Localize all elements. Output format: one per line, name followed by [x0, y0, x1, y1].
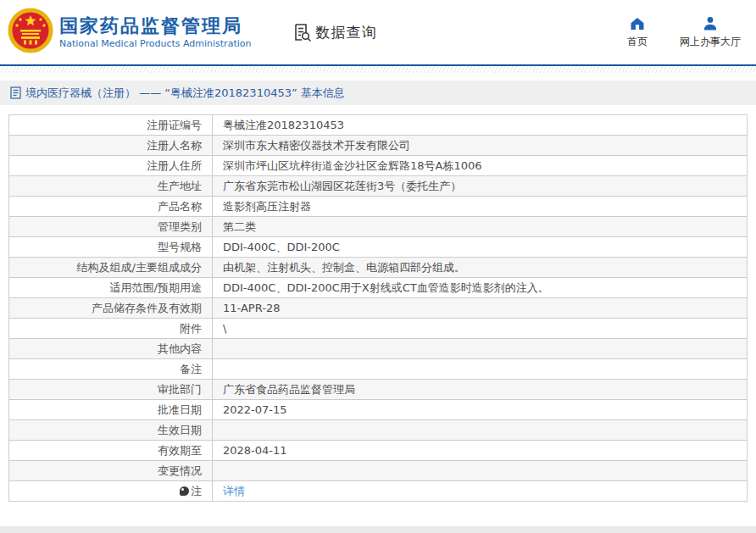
row-label: 其他内容	[158, 342, 202, 355]
org-name-zh: 国家药品监督管理局	[59, 15, 251, 37]
row-label-cell: 其他内容	[9, 339, 213, 359]
row-label: 注	[191, 485, 202, 497]
org-name-en: National Medical Products Administration	[59, 37, 251, 50]
row-label-cell: 生效日期	[9, 420, 213, 441]
row-value-cell: DDI-400C、DDI-200C	[213, 237, 748, 258]
page-title: 境内医疗器械（注册） —— “粤械注准20182310453” 基本信息	[25, 86, 345, 101]
row-value-cell	[213, 461, 748, 481]
row-label: 备注	[180, 363, 202, 375]
row-value-cell: 2028-04-11	[213, 441, 748, 461]
row-label: 型号规格	[158, 241, 202, 253]
row-label-cell: 产品名称	[9, 197, 213, 217]
table-row: 注册证编号 粤械注准20182310453	[9, 115, 748, 136]
footer-strip	[0, 526, 756, 533]
page-title-bar: 境内医疗器械（注册） —— “粤械注准20182310453” 基本信息	[0, 81, 756, 105]
row-label-cell: 适用范围/预期用途	[9, 278, 213, 298]
row-value: 由机架、注射机头、控制盒、电源箱四部分组成。	[223, 261, 465, 274]
row-value: 造影剂高压注射器	[223, 200, 311, 213]
row-label: 生效日期	[158, 424, 202, 436]
registration-info-table-wrap: 注册证编号 粤械注准20182310453 注册人名称 深圳市东大精密仪器技术开…	[8, 114, 748, 502]
document-icon	[10, 86, 21, 99]
document-search-icon	[292, 22, 312, 42]
note-pin-icon	[180, 486, 189, 496]
striped-band	[0, 66, 756, 73]
header-nav-right: 首页 网上办事大厅	[627, 15, 744, 49]
row-label: 产品储存条件及有效期	[92, 302, 202, 314]
home-icon	[629, 15, 646, 32]
row-label: 生产地址	[158, 180, 202, 192]
table-row: 产品储存条件及有效期 11-APR-28	[9, 298, 748, 319]
nav-home[interactable]: 首页	[627, 15, 648, 49]
row-label-cell: 有效期至	[9, 441, 213, 461]
nav-service-hall[interactable]: 网上办事大厅	[680, 15, 741, 49]
table-row: 其他内容	[9, 339, 748, 359]
row-value: 深圳市坪山区坑梓街道金沙社区金辉路18号A栋1006	[223, 159, 482, 172]
row-label: 有效期至	[158, 444, 202, 457]
row-value: 第二类	[223, 220, 256, 233]
row-value-cell: 详情	[213, 481, 748, 502]
table-row: 审批部门 广东省食品药品监督管理局	[9, 380, 748, 400]
row-value-cell: 11-APR-28	[213, 298, 748, 319]
row-value: 广东省食品药品监督管理局	[223, 383, 355, 396]
row-value-cell: 深圳市东大精密仪器技术开发有限公司	[213, 136, 748, 156]
nav-data-query[interactable]: 数据查询	[292, 22, 376, 42]
person-icon	[702, 15, 719, 32]
row-label: 适用范围/预期用途	[110, 281, 202, 294]
row-label-cell: 附件	[9, 319, 213, 339]
row-value-cell: 粤械注准20182310453	[213, 115, 748, 136]
site-header: 国家药品监督管理局 National Medical Products Admi…	[0, 0, 756, 64]
row-label-cell: 注册人住所	[9, 156, 213, 176]
table-row: 型号规格 DDI-400C、DDI-200C	[9, 237, 748, 258]
row-value: 11-APR-28	[223, 302, 280, 314]
row-label-cell: 变更情况	[9, 461, 213, 481]
row-label-cell: 注	[9, 481, 213, 502]
info-table-body: 注册证编号 粤械注准20182310453 注册人名称 深圳市东大精密仪器技术开…	[9, 115, 748, 502]
table-row: 结构及组成/主要组成成分 由机架、注射机头、控制盒、电源箱四部分组成。	[9, 258, 748, 278]
row-label: 注册证编号	[147, 119, 202, 131]
table-row: 产品名称 造影剂高压注射器	[9, 197, 748, 217]
row-label: 注册人名称	[147, 139, 202, 152]
row-value-cell: DDI-400C、DDI-200C用于X射线或CT血管造影时造影剂的注入。	[213, 278, 748, 298]
row-value-cell	[213, 339, 748, 359]
row-value: DDI-400C、DDI-200C	[223, 241, 340, 253]
registration-info-table: 注册证编号 粤械注准20182310453 注册人名称 深圳市东大精密仪器技术开…	[8, 114, 748, 502]
details-link[interactable]: 详情	[223, 485, 245, 497]
table-row: 附件 \	[9, 319, 748, 339]
table-row: 注册人住所 深圳市坪山区坑梓街道金沙社区金辉路18号A栋1006	[9, 156, 748, 176]
row-value: 2028-04-11	[223, 444, 287, 457]
nav-service-hall-label: 网上办事大厅	[680, 35, 741, 49]
row-label-cell: 结构及组成/主要组成成分	[9, 258, 213, 278]
row-value-cell: 广东省东莞市松山湖园区花莲街3号（委托生产）	[213, 176, 748, 197]
row-value-cell	[213, 359, 748, 380]
row-value-cell: 由机架、注射机头、控制盒、电源箱四部分组成。	[213, 258, 748, 278]
table-row: 注册人名称 深圳市东大精密仪器技术开发有限公司	[9, 136, 748, 156]
row-value-cell: 第二类	[213, 217, 748, 237]
row-value-cell: \	[213, 319, 748, 339]
row-label: 附件	[180, 322, 202, 335]
row-value-cell: 2022-07-15	[213, 400, 748, 420]
table-row: 适用范围/预期用途 DDI-400C、DDI-200C用于X射线或CT血管造影时…	[9, 278, 748, 298]
table-row: 生效日期	[9, 420, 748, 441]
org-title-block: 国家药品监督管理局 National Medical Products Admi…	[59, 15, 251, 50]
table-row: 批准日期 2022-07-15	[9, 400, 748, 420]
row-value: 广东省东莞市松山湖园区花莲街3号（委托生产）	[223, 180, 461, 192]
row-label: 变更情况	[158, 464, 202, 477]
row-label: 管理类别	[158, 220, 202, 233]
row-value-cell: 造影剂高压注射器	[213, 197, 748, 217]
table-row: 注 详情	[9, 481, 748, 502]
row-label-cell: 审批部门	[9, 380, 213, 400]
row-label-cell: 管理类别	[9, 217, 213, 237]
row-value-cell	[213, 420, 748, 441]
row-value: \	[223, 322, 226, 335]
row-value: 2022-07-15	[223, 403, 287, 416]
row-label-cell: 产品储存条件及有效期	[9, 298, 213, 319]
row-label-cell: 生产地址	[9, 176, 213, 197]
row-label: 注册人住所	[147, 159, 202, 172]
row-label-cell: 注册人名称	[9, 136, 213, 156]
row-value: 粤械注准20182310453	[223, 119, 344, 131]
row-value-cell: 广东省食品药品监督管理局	[213, 380, 748, 400]
national-emblem-logo	[7, 8, 54, 57]
row-label-cell: 备注	[9, 359, 213, 380]
table-row: 备注	[9, 359, 748, 380]
row-value: DDI-400C、DDI-200C用于X射线或CT血管造影时造影剂的注入。	[223, 281, 549, 294]
